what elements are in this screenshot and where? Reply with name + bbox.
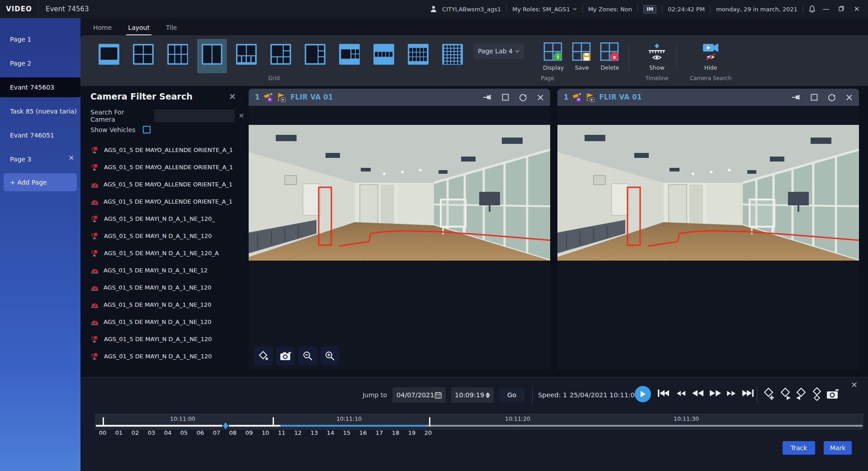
layout-5x6-icon[interactable] (438, 39, 467, 73)
range-marker[interactable] (273, 417, 274, 427)
skip-end-button[interactable] (741, 389, 754, 397)
snapshot-icon[interactable] (826, 389, 839, 401)
group-label-grid: Grid (260, 75, 288, 81)
rewind-small-button[interactable] (676, 390, 686, 396)
camera-list-item[interactable]: AGS_01_5 DE MAYI_N D_A_1_NE_120 (80, 296, 244, 313)
close-button[interactable]: ✕ (852, 5, 862, 13)
timeline-track-future[interactable] (426, 425, 863, 427)
camera-list-item[interactable]: AGS_01_5 DE MAYI_N D_A_1_NE_120 (80, 347, 244, 365)
sidebar-item[interactable]: Task 85 (nueva taria) (0, 101, 80, 121)
close-tile-icon[interactable] (537, 94, 544, 101)
skip-start-button[interactable] (657, 389, 670, 397)
sidebar-item[interactable]: Evant 745603 (0, 77, 80, 97)
next-bookmark-icon[interactable] (780, 387, 792, 403)
pin-tile-icon[interactable] (792, 94, 801, 100)
maximize-tile-icon[interactable] (502, 94, 509, 101)
roles-menu[interactable]: My Roles: SM_AGS1 (512, 6, 577, 13)
refresh-tile-icon[interactable] (519, 93, 527, 101)
sidebar-items: Page 1Page 2Evant 745603Task 85 (nueva t… (0, 18, 80, 169)
restore-button[interactable] (836, 5, 846, 13)
range-marker[interactable] (103, 417, 104, 427)
maximize-tile-icon[interactable] (811, 94, 818, 101)
show-vehicles-checkbox[interactable] (143, 126, 151, 133)
layout-two-vertical-icon[interactable] (197, 39, 227, 73)
mark-button[interactable]: Mark (824, 441, 852, 455)
timeline-track-past[interactable] (96, 425, 280, 427)
camera-list-item[interactable]: AGS_01_5 DE MAYI_N D_A_1_NE_12 (80, 262, 244, 279)
page-display-button[interactable]: i (543, 42, 564, 62)
refresh-tile-icon[interactable] (828, 93, 836, 101)
go-button[interactable]: Go (499, 388, 524, 402)
camera-search-input[interactable] (154, 109, 235, 122)
close-panel-icon[interactable]: ✕ (229, 91, 236, 101)
snapshot-button[interactable] (276, 347, 295, 366)
timeline-seconds[interactable]: 0001020304050607080910111213141516171819… (95, 429, 863, 438)
layout-3x2-icon[interactable] (163, 39, 193, 73)
layout-strip-icon[interactable] (369, 39, 399, 73)
bookmark-list-icon[interactable] (811, 387, 823, 403)
video-frame[interactable] (557, 125, 859, 261)
tile-header[interactable]: 1 FLIR VA 01 (557, 89, 859, 106)
page-save-button[interactable] (571, 42, 592, 62)
sidebar-item[interactable]: Evant 746051 (0, 125, 80, 145)
camera-list-item[interactable]: AGS_01_5 DE MAYO_ALLENDE ORIENTE_A_1 (80, 141, 244, 158)
layout-1-plus-5-icon[interactable] (266, 39, 296, 73)
tab-home[interactable]: Home (93, 24, 112, 35)
time-stepper[interactable] (486, 392, 490, 398)
close-timeline-icon[interactable]: ✕ (851, 380, 858, 390)
fast-forward-button[interactable] (709, 389, 722, 397)
page-select[interactable]: Page Lab 4 (473, 43, 524, 59)
close-tile-icon[interactable] (846, 94, 853, 101)
group-label-page: Page (520, 75, 575, 81)
add-bookmark-icon[interactable] (763, 387, 775, 403)
camera-list-item[interactable]: AGS_01_5 DE MAYI_N D_A_1_NE_120_ (80, 210, 244, 227)
track-button[interactable]: Track (783, 441, 815, 455)
camera-list-item[interactable]: AGS_01_5 DE MAYO_ALLENDE ORIENTE_A_1 (80, 193, 244, 210)
jump-date-input[interactable]: 04/07/2021 (392, 387, 446, 403)
camera-list-item[interactable]: AGS_01_5 DE MAYO_ALLENDE ORIENTE_A_1 (80, 176, 244, 193)
zoom-out-button[interactable] (298, 347, 317, 366)
camera-search-hide-button[interactable] (700, 42, 721, 62)
minimize-button[interactable]: — (821, 5, 831, 13)
camera-list-item[interactable]: AGS_01_5 DE MAYI_N D_A_1_NE_120_A (80, 244, 244, 262)
previous-bookmark-icon[interactable] (795, 387, 807, 403)
tile-header[interactable]: 1 FLIR VA 01 (249, 89, 550, 106)
tab-layout[interactable]: Layout (128, 24, 150, 35)
video-frame[interactable] (249, 125, 550, 261)
sidebar-item[interactable]: Page 1 (0, 29, 80, 49)
timeline-ruler[interactable]: 10:11:00 10:11:10 10:11:20 10:11:30 (95, 414, 863, 430)
layout-2-plus-4-icon[interactable] (231, 39, 261, 73)
camera-list-item[interactable]: AGS_01_5 DE MAYI_N D_A_1_NE_120 (80, 227, 244, 244)
ribbon-tabs: Home Layout Tile (80, 18, 868, 35)
layout-2x2-icon[interactable] (128, 39, 158, 73)
zoom-in-button[interactable] (321, 347, 340, 366)
sidebar-item[interactable]: Page 3✕ (0, 149, 80, 169)
camera-name: AGS_01_5 DE MAYI_N D_A_1_NE_12 (104, 267, 208, 274)
play-button[interactable] (635, 386, 651, 402)
layout-single-icon[interactable] (94, 39, 124, 73)
layout-4x4-icon[interactable] (403, 39, 433, 73)
camera-list-item[interactable]: AGS_01_5 DE MAYI_N D_A_1_NE_120 (80, 330, 244, 347)
page-delete-button[interactable]: x (599, 42, 620, 62)
fast-forward-small-button[interactable] (726, 390, 736, 396)
camera-list-item[interactable]: AGS_01_5 DE MAYO_ALLENDE ORIENTE_A_1 (80, 158, 244, 176)
pin-tile-icon[interactable] (483, 94, 492, 100)
add-page-button[interactable]: + Add Page (4, 173, 77, 191)
camera-name: AGS_01_5 DE MAYO_ALLENDE ORIENTE_A_1 (104, 164, 233, 171)
timeline-show-button[interactable] (646, 42, 667, 62)
layout-picture-in-grid-icon[interactable] (335, 39, 364, 73)
rewind-button[interactable] (692, 389, 704, 397)
timeline-track-selection[interactable] (280, 425, 426, 427)
jump-time-input[interactable]: 10:09:19 (451, 387, 494, 403)
add-marker-button[interactable] (254, 347, 273, 366)
tab-tile[interactable]: Tile (166, 24, 177, 35)
range-marker[interactable] (429, 417, 430, 427)
camera-list-item[interactable]: AGS_01_5 DE MAYI_N D_A_1_NE_120 (80, 279, 244, 296)
camera-list-item[interactable]: AGS_01_5 DE MAYI_N D_A_1_NE_120 (80, 313, 244, 330)
sidebar-item[interactable]: Page 2 (0, 53, 80, 73)
close-page-icon[interactable]: ✕ (68, 154, 74, 162)
layout-1-plus-3-icon[interactable] (300, 39, 330, 73)
notifications-bell-icon[interactable] (809, 5, 816, 13)
calendar-icon (434, 391, 442, 399)
clear-search-icon[interactable]: ✕ (238, 112, 244, 120)
